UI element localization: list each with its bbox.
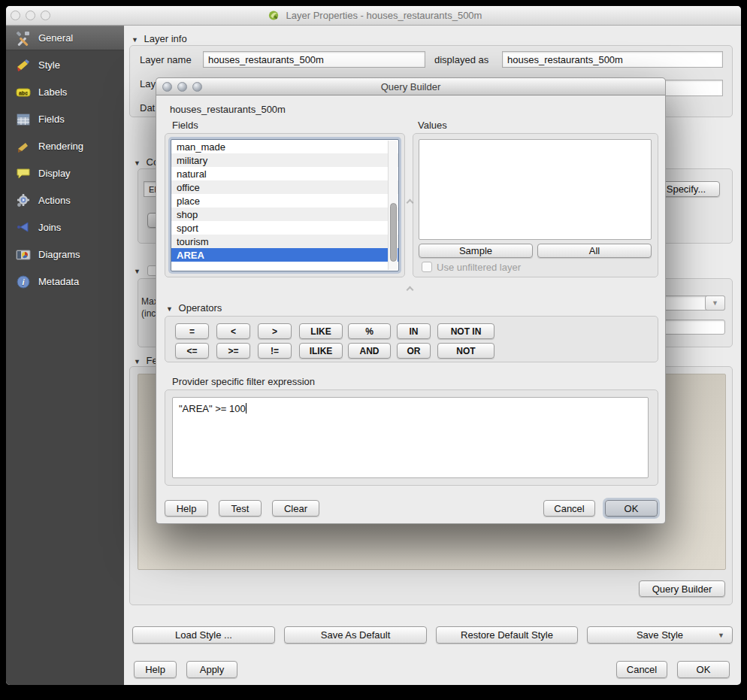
sidebar-item-metadata[interactable]: i Metadata: [6, 269, 124, 294]
disclosure-triangle-icon[interactable]: ▼: [134, 358, 141, 365]
sidebar-item-rendering[interactable]: Rendering: [6, 134, 124, 159]
zoom-button[interactable]: [41, 11, 50, 20]
style-brush-icon: [15, 58, 32, 73]
field-list-item-selected[interactable]: AREA: [171, 248, 398, 262]
field-list-item[interactable]: man_made: [171, 140, 398, 153]
sidebar-item-style[interactable]: Style: [6, 53, 124, 77]
operator-in-button[interactable]: IN: [397, 323, 431, 339]
joins-icon: [15, 220, 32, 235]
field-list-item[interactable]: tourism: [171, 235, 398, 248]
field-list-item[interactable]: office: [171, 180, 398, 194]
dialog-title: Query Builder: [381, 81, 440, 92]
restore-default-style-button[interactable]: Restore Default Style: [436, 626, 578, 644]
query-builder-open-button[interactable]: Query Builder: [639, 580, 725, 597]
main-titlebar[interactable]: Layer Properties - houses_restaurants_50…: [6, 6, 741, 26]
displayed-as-input[interactable]: houses_restaurants_500m: [502, 51, 723, 68]
sidebar-item-labels[interactable]: abc Labels: [6, 80, 124, 105]
diagrams-icon: [15, 247, 32, 262]
values-label: Values: [418, 120, 447, 131]
operator-lessequal-button[interactable]: <=: [175, 343, 209, 359]
operator-greaterthan-button[interactable]: >: [258, 323, 292, 339]
sidebar-item-diagrams[interactable]: Diagrams: [6, 242, 124, 267]
main-help-button[interactable]: Help: [134, 661, 177, 678]
operator-lessthan-button[interactable]: <: [216, 323, 250, 339]
operator-like-button[interactable]: LIKE: [299, 323, 343, 339]
operator-label: !=: [271, 346, 279, 356]
use-unfiltered-checkbox[interactable]: [422, 262, 432, 272]
field-list-item[interactable]: shop: [171, 208, 398, 221]
dialog-titlebar[interactable]: Query Builder: [156, 78, 665, 95]
all-button-label: All: [589, 245, 600, 256]
field-item-label: AREA: [177, 250, 204, 261]
dialog-minimize-button[interactable]: [177, 82, 187, 92]
field-list-item[interactable]: military: [171, 153, 398, 167]
scale-section-header-partial: ▼: [134, 265, 144, 276]
disclosure-triangle-icon[interactable]: ▼: [132, 36, 138, 44]
fields-list[interactable]: man_made military natural office place s…: [171, 139, 399, 271]
field-list-item[interactable]: sport: [171, 221, 398, 235]
disclosure-triangle-icon[interactable]: ▼: [134, 268, 141, 275]
load-style-button[interactable]: Load Style ...: [132, 626, 275, 644]
field-item-label: military: [177, 155, 207, 166]
field-list-item[interactable]: place: [171, 194, 398, 208]
field-list-item[interactable]: natural: [171, 167, 398, 180]
specify-button-label: Specify...: [667, 183, 706, 195]
dialog-help-button[interactable]: Help: [165, 500, 208, 517]
sample-button-label: Sample: [459, 245, 492, 256]
apply-button[interactable]: Apply: [186, 661, 237, 678]
sidebar: General Style abc Labels Fields: [6, 26, 124, 685]
operator-label: IN: [410, 326, 419, 337]
close-button[interactable]: [11, 11, 20, 20]
displayed-as-label: displayed as: [434, 54, 488, 65]
dialog-close-button[interactable]: [162, 82, 172, 92]
metadata-info-icon: i: [15, 274, 32, 289]
operator-not-button[interactable]: NOT: [437, 343, 494, 359]
operator-notequal-button[interactable]: !=: [258, 343, 292, 359]
operator-or-button[interactable]: OR: [397, 343, 431, 359]
fields-scrollbar[interactable]: [388, 141, 398, 270]
sidebar-label: Style: [38, 59, 60, 71]
sample-button[interactable]: Sample: [419, 244, 533, 258]
use-unfiltered-label: Use unfiltered layer: [437, 262, 521, 273]
main-ok-button[interactable]: OK: [677, 661, 730, 678]
sidebar-item-fields[interactable]: Fields: [6, 107, 124, 132]
operator-and-button[interactable]: AND: [348, 343, 391, 359]
splitter-handle[interactable]: [407, 286, 414, 294]
save-style-label: Save Style: [637, 629, 683, 641]
save-style-button[interactable]: Save Style ▼: [587, 626, 733, 644]
sidebar-item-actions[interactable]: Actions: [6, 188, 124, 213]
operator-label: >=: [228, 346, 238, 356]
dialog-cancel-button[interactable]: Cancel: [543, 500, 595, 517]
query-builder-button-label: Query Builder: [652, 583, 712, 595]
operator-notin-button[interactable]: NOT IN: [437, 323, 494, 339]
layer-info-header: ▼ Layer info: [132, 33, 187, 44]
minimize-button[interactable]: [26, 11, 35, 20]
main-cancel-button[interactable]: Cancel: [616, 661, 667, 678]
save-as-default-button[interactable]: Save As Default: [284, 626, 427, 644]
operator-label: <: [231, 326, 236, 337]
dialog-ok-button[interactable]: OK: [605, 500, 658, 517]
sidebar-label: Diagrams: [38, 249, 80, 260]
sidebar-item-display[interactable]: Display: [6, 161, 124, 186]
operator-greaterequal-button[interactable]: >=: [216, 343, 250, 359]
layer-name-input[interactable]: houses_restaurants_500m: [203, 51, 425, 68]
sidebar-item-joins[interactable]: Joins: [6, 215, 124, 240]
dialog-zoom-button[interactable]: [192, 82, 202, 92]
operator-percent-button[interactable]: %: [348, 323, 391, 339]
values-list[interactable]: [419, 139, 652, 240]
sidebar-label: Fields: [38, 114, 65, 125]
combobox-arrow-icon[interactable]: ▼: [705, 295, 725, 311]
sidebar-item-general[interactable]: General: [6, 26, 124, 50]
all-button[interactable]: All: [537, 244, 652, 258]
filter-expression-textarea[interactable]: "AREA" >= 100: [172, 397, 649, 478]
operator-equals-button[interactable]: =: [175, 323, 209, 339]
fields-scrollbar-thumb[interactable]: [390, 203, 397, 262]
test-button[interactable]: Test: [219, 500, 262, 517]
disclosure-triangle-icon[interactable]: ▼: [166, 305, 173, 313]
layer-info-header-text: Layer info: [144, 33, 187, 44]
main-cancel-label: Cancel: [627, 664, 657, 675]
disclosure-triangle-icon[interactable]: ▼: [134, 159, 141, 167]
operator-ilike-button[interactable]: ILIKE: [299, 343, 343, 359]
clear-button[interactable]: Clear: [272, 500, 319, 517]
text-caret: [246, 403, 246, 414]
